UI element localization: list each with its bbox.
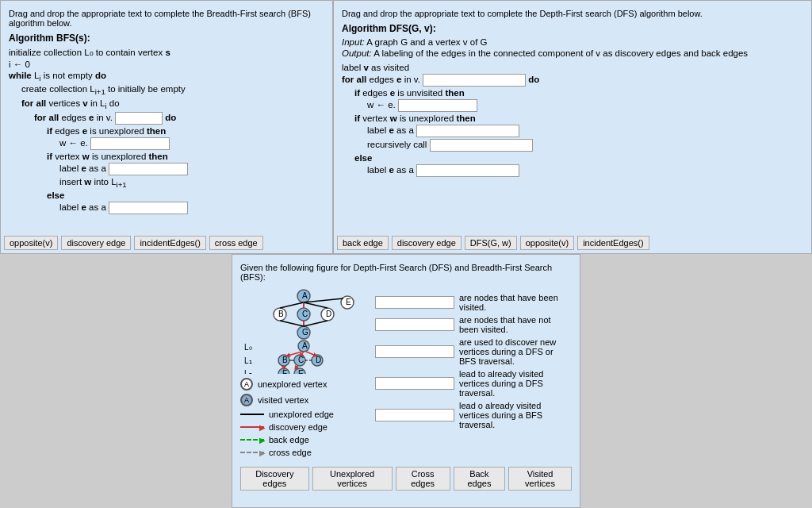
dfs-line-6: label e as a	[367, 125, 803, 137]
bfs-line-2: i ← 0	[9, 60, 324, 69]
legend-cross-edge: ▶ cross edge	[240, 448, 367, 457]
bfs-input-1[interactable]	[115, 112, 163, 125]
main-container: Drag and drop the appropriate text to co…	[0, 0, 812, 508]
bfs-title: Algorithm BFS(s):	[9, 33, 324, 44]
svg-line-12	[280, 302, 304, 308]
dfs-title: Algorithm DFS(G, v):	[342, 23, 803, 34]
bottom-content: A B C D E G	[240, 287, 572, 460]
svg-line-38	[306, 352, 316, 356]
dfs-btn-incident[interactable]: incidentEdges()	[577, 236, 649, 250]
dfs-input-2[interactable]	[398, 99, 477, 112]
svg-text:E: E	[346, 298, 351, 306]
bottom-instruction: Given the following figure for Depth-Fir…	[240, 263, 572, 282]
btn-visited-vertices[interactable]: Visited vertices	[508, 467, 572, 491]
dfs-output-line: Output: A labeling of the edges in the c…	[342, 48, 803, 58]
dfs-line-2: for all edges e in v. do	[342, 74, 803, 87]
dfs-line-8: else	[354, 153, 803, 163]
bottom-row: Given the following figure for Depth-Fir…	[0, 254, 812, 508]
dfs-btn-discovery[interactable]: discovery edge	[392, 236, 462, 250]
svg-line-40	[296, 366, 297, 368]
cross-edge-icon: ▶	[240, 452, 264, 453]
bfs-line-9: if vertex w is unexplored then	[47, 152, 324, 161]
svg-text:L₂: L₂	[244, 369, 252, 374]
legend-unexplored-vertex: A unexplored vertex	[240, 378, 367, 391]
svg-text:A: A	[302, 341, 308, 350]
bottom-panel: Given the following figure for Depth-Fir…	[232, 254, 580, 508]
bfs-drag-instruction: Drag and drop the appropriate text to co…	[9, 9, 324, 28]
btn-discovery-edges[interactable]: Discovery edges	[240, 467, 309, 491]
bfs-line-12: else	[47, 190, 324, 200]
bfs-btn-cross[interactable]: cross edge	[209, 236, 263, 250]
bfs-line-4: create collection Li+1 to initially be e…	[21, 84, 324, 96]
svg-line-17	[280, 321, 304, 326]
dfs-line-9: label e as a	[367, 164, 803, 177]
svg-text:A: A	[302, 291, 308, 300]
fill-row-3: are used to discover new vertices during…	[375, 337, 572, 366]
dfs-line-7: recursively call	[367, 139, 803, 152]
fill-input-5[interactable]	[375, 409, 454, 421]
graph-svg: A B C D E G	[240, 287, 367, 374]
dfs-input-line: Input: A graph G and a vertex v of G	[342, 37, 803, 47]
dfs-line-4: w ← e.	[367, 99, 803, 112]
fill-row-5: lead o already visited vertices during a…	[375, 401, 572, 429]
legend-area: A B C D E G	[240, 287, 367, 460]
fill-input-4[interactable]	[375, 377, 454, 390]
dfs-answer-buttons: back edge discovery edge DFS(G, w) oppos…	[337, 236, 649, 250]
top-row: Drag and drop the appropriate text to co…	[0, 0, 812, 254]
discovery-edge-icon: ▶	[240, 426, 264, 428]
dfs-input-1[interactable]	[423, 74, 526, 87]
btn-unexplored-vertices[interactable]: Unexplored vertices	[312, 467, 393, 491]
bfs-input-2[interactable]	[90, 137, 170, 150]
dfs-panel: Drag and drop the appropriate text to co…	[333, 0, 812, 254]
fill-input-3[interactable]	[375, 345, 454, 358]
visited-vertex-icon: A	[240, 394, 253, 406]
bfs-input-3[interactable]	[109, 163, 188, 175]
fill-input-1[interactable]	[375, 296, 454, 309]
svg-text:D: D	[326, 310, 331, 318]
dfs-drag-instruction: Drag and drop the appropriate text to co…	[342, 9, 803, 18]
bfs-input-4[interactable]	[109, 202, 188, 214]
legend-discovery-edge: ▶ discovery edge	[240, 422, 367, 432]
fill-row-1: are nodes that have been visited.	[375, 293, 572, 312]
legend-unexplored-edge: unexplored edge	[240, 410, 367, 419]
bfs-line-6: for all edges e in v. do	[34, 112, 324, 125]
bfs-btn-opposite[interactable]: opposite(v)	[4, 236, 58, 250]
svg-text:B: B	[278, 310, 284, 318]
fill-row-2: are nodes that have not been visited.	[375, 315, 572, 334]
dfs-btn-dfsgw[interactable]: DFS(G, w)	[465, 236, 517, 250]
bfs-btn-discovery[interactable]: discovery edge	[61, 236, 131, 250]
dfs-line-1: label v as visited	[342, 63, 803, 72]
svg-text:E: E	[298, 369, 304, 374]
back-edge-icon: ▶	[240, 439, 264, 441]
dfs-input-3[interactable]	[416, 125, 519, 137]
bfs-line-11: insert w into Li+1	[59, 177, 324, 189]
fill-input-2[interactable]	[375, 318, 454, 331]
bfs-panel: Drag and drop the appropriate text to co…	[0, 0, 333, 254]
svg-text:D: D	[316, 356, 321, 364]
dfs-btn-back[interactable]: back edge	[337, 236, 389, 250]
svg-line-14	[304, 302, 327, 308]
svg-line-18	[304, 321, 327, 326]
unexplored-vertex-icon: A	[240, 378, 253, 391]
svg-text:L₀: L₀	[244, 343, 252, 352]
dfs-input-4[interactable]	[430, 139, 533, 152]
bfs-line-7: if edges e is unexplored then	[47, 126, 324, 136]
bottom-answer-buttons: Discovery edges Unexplored vertices Cros…	[240, 467, 572, 491]
legend-back-edge: ▶ back edge	[240, 435, 367, 444]
fill-row-4: lead to already visited vertices during …	[375, 369, 572, 398]
bfs-line-5: for all vertices v in Li do	[21, 98, 324, 110]
btn-back-edges[interactable]: Back edges	[454, 467, 505, 491]
unexplored-edge-icon	[240, 414, 264, 415]
fill-section: are nodes that have been visited. are no…	[375, 293, 572, 460]
bfs-line-13: label e as a	[59, 202, 324, 214]
dfs-btn-opposite[interactable]: opposite(v)	[520, 236, 574, 250]
dfs-line-3: if edges e is unvisited then	[354, 88, 803, 98]
svg-text:C: C	[302, 310, 308, 318]
bfs-line-1: initialize collection L₀ to contain vert…	[9, 47, 324, 58]
bfs-line-8: w ← e.	[59, 137, 324, 150]
svg-text:L₁: L₁	[244, 356, 252, 365]
bfs-btn-incident[interactable]: incidentEdges()	[134, 236, 205, 250]
btn-cross-edges[interactable]: Cross edges	[396, 467, 450, 491]
svg-text:G: G	[302, 328, 308, 337]
dfs-input-5[interactable]	[416, 164, 519, 177]
